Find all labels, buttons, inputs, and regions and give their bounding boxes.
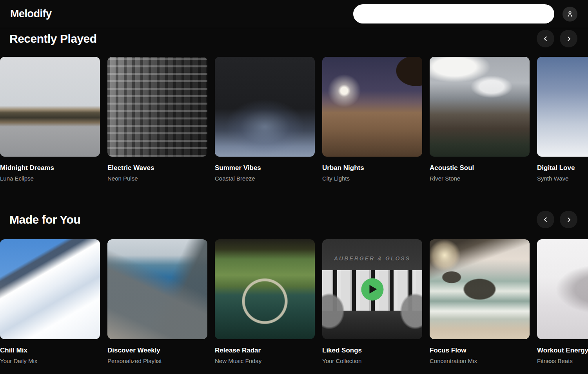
card-subtitle: Fitness Beats: [537, 358, 588, 364]
card-title: Chill Mix: [0, 347, 100, 354]
play-icon: [370, 285, 377, 294]
card-artwork: [0, 57, 100, 157]
playlist-card[interactable]: Urban Nights City Lights: [322, 57, 422, 182]
card-subtitle: City Lights: [322, 175, 422, 182]
card-title: Focus Flow: [430, 347, 530, 354]
chevron-left-icon: [542, 216, 549, 223]
profile-button[interactable]: [563, 7, 577, 22]
carousel-next-button[interactable]: [560, 211, 577, 228]
playlist-card[interactable]: Digital Love Synth Wave: [537, 57, 588, 182]
chevron-right-icon: [565, 216, 572, 223]
card-artwork: [107, 57, 207, 157]
card-subtitle: Coastal Breeze: [215, 175, 315, 182]
card-title: Discover Weekly: [107, 347, 207, 354]
card-subtitle: Personalized Playlist: [107, 358, 207, 364]
carousel-nav: [537, 30, 577, 47]
search-input[interactable]: [353, 4, 554, 23]
playlist-card[interactable]: Focus Flow Concentration Mix: [430, 239, 530, 364]
card-title: Liked Songs: [322, 347, 422, 354]
card-title: Urban Nights: [322, 164, 422, 172]
playlist-card[interactable]: Midnight Dreams Luna Eclipse: [0, 57, 100, 182]
carousel-track: Midnight Dreams Luna Eclipse Electric Wa…: [0, 57, 588, 182]
carousel: Midnight Dreams Luna Eclipse Electric Wa…: [0, 57, 588, 182]
card-artwork: [537, 239, 588, 339]
card-title: Electric Waves: [107, 164, 207, 172]
app-header: Melodify: [0, 0, 588, 28]
card-artwork: [322, 57, 422, 157]
card-subtitle: Neon Pulse: [107, 175, 207, 182]
card-artwork: [430, 57, 530, 157]
carousel-prev-button[interactable]: [537, 30, 554, 47]
carousel-prev-button[interactable]: [537, 211, 554, 228]
card-title: Digital Love: [537, 164, 588, 172]
playlist-card[interactable]: Acoustic Soul River Stone: [430, 57, 530, 182]
section-header: Made for You: [0, 211, 588, 228]
section-header: Recently Played: [0, 30, 588, 47]
carousel-nav: [537, 211, 577, 228]
play-button[interactable]: [361, 278, 383, 300]
chevron-left-icon: [542, 35, 549, 42]
section-title: Made for You: [9, 213, 80, 226]
playlist-card[interactable]: Electric Waves Neon Pulse: [107, 57, 207, 182]
section-made-for-you: Made for You Chill Mix Your Daily Mix: [0, 211, 588, 364]
card-subtitle: New Music Friday: [215, 358, 315, 364]
card-artwork: [215, 239, 315, 339]
section-recently-played: Recently Played Midnight Dreams Luna Ecl…: [0, 30, 588, 182]
carousel-track: Chill Mix Your Daily Mix Discover Weekly…: [0, 239, 588, 364]
card-title: Acoustic Soul: [430, 164, 530, 172]
card-title: Midnight Dreams: [0, 164, 100, 172]
card-subtitle: Your Daily Mix: [0, 358, 100, 364]
card-subtitle: River Stone: [430, 175, 530, 182]
card-artwork: AUBERGER & GLOSS: [322, 239, 422, 339]
carousel: Chill Mix Your Daily Mix Discover Weekly…: [0, 239, 588, 364]
section-title: Recently Played: [9, 32, 97, 45]
card-artwork: [215, 57, 315, 157]
card-artwork: [0, 239, 100, 339]
card-title: Workout Energy: [537, 347, 588, 354]
playlist-card[interactable]: Summer Vibes Coastal Breeze: [215, 57, 315, 182]
chevron-right-icon: [565, 35, 572, 42]
playlist-card[interactable]: Discover Weekly Personalized Playlist: [107, 239, 207, 364]
card-subtitle: Luna Eclipse: [0, 175, 100, 182]
playlist-card[interactable]: Release Radar New Music Friday: [215, 239, 315, 364]
playlist-card[interactable]: Chill Mix Your Daily Mix: [0, 239, 100, 364]
artwork-photo-text: AUBERGER & GLOSS: [322, 255, 422, 262]
app-logo: Melodify: [10, 8, 52, 20]
card-title: Release Radar: [215, 347, 315, 354]
user-icon: [566, 10, 574, 18]
card-artwork: [107, 239, 207, 339]
card-subtitle: Synth Wave: [537, 175, 588, 182]
card-title: Summer Vibes: [215, 164, 315, 172]
card-artwork: [430, 239, 530, 339]
card-subtitle: Concentration Mix: [430, 358, 530, 364]
card-subtitle: Your Collection: [322, 358, 422, 364]
playlist-card[interactable]: AUBERGER & GLOSS Liked Songs Your Collec…: [322, 239, 422, 364]
playlist-card[interactable]: Workout Energy Fitness Beats: [537, 239, 588, 364]
card-artwork: [537, 57, 588, 157]
carousel-next-button[interactable]: [560, 30, 577, 47]
